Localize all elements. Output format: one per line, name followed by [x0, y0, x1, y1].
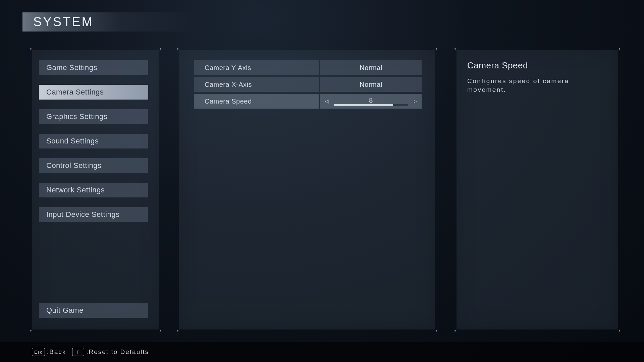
sidebar-item-control-settings[interactable]: Control Settings [39, 158, 148, 173]
sidebar-item-network-settings[interactable]: Network Settings [39, 183, 148, 197]
setting-value-text: Normal [360, 64, 382, 72]
quit-game-label: Quit Game [46, 306, 84, 315]
footer-hint-reset-label: Reset to Defaults [89, 348, 149, 356]
corner-dot [436, 330, 437, 331]
keycap-esc: Esc [32, 348, 45, 356]
corner-dot [160, 330, 161, 331]
sidebar-item-camera-settings[interactable]: Camera Settings [39, 85, 148, 100]
corner-dot [436, 48, 437, 50]
footer-hint-back: Esc : Back [32, 348, 66, 356]
sidebar-item-input-device-settings[interactable]: Input Device Settings [39, 207, 148, 222]
setting-value[interactable]: Normal [320, 77, 422, 92]
settings-panel: Camera Y-AxisNormalCamera X-AxisNormalCa… [179, 50, 435, 329]
corner-dot [177, 48, 178, 50]
footer-hint-reset: F : Reset to Defaults [72, 348, 149, 356]
footer-hints: Esc : Back F : Reset to Defaults [0, 342, 644, 362]
page-title: SYSTEM [22, 15, 94, 29]
corner-dot [454, 330, 456, 331]
setting-row-camera-y-axis[interactable]: Camera Y-AxisNormal [194, 60, 422, 75]
corner-dot [454, 48, 456, 50]
setting-value-text: Normal [360, 81, 382, 88]
corner-dot [160, 48, 161, 50]
sidebar-item-label: Camera Settings [46, 88, 104, 97]
corner-dot [30, 48, 32, 50]
footer-hint-back-label: Back [49, 348, 66, 356]
description-panel: Camera Speed Configures speed of camera … [457, 50, 618, 329]
sidebar-item-label: Sound Settings [46, 137, 99, 145]
slider-fill [334, 104, 393, 106]
sidebar-panel: Game SettingsCamera SettingsGraphics Set… [32, 50, 159, 329]
sidebar-item-graphics-settings[interactable]: Graphics Settings [39, 109, 148, 124]
corner-dot [619, 48, 620, 50]
slider[interactable]: 8 [334, 97, 408, 106]
quit-game-button[interactable]: Quit Game [39, 303, 148, 318]
sidebar-item-label: Network Settings [46, 186, 105, 194]
setting-value[interactable]: ◁8▷ [320, 94, 422, 109]
corner-dot [177, 330, 178, 331]
arrow-left-icon[interactable]: ◁ [325, 98, 329, 104]
keycap-f: F [72, 348, 84, 356]
slider-value: 8 [369, 97, 373, 104]
title-bar: SYSTEM [22, 12, 94, 32]
setting-row-camera-x-axis[interactable]: Camera X-AxisNormal [194, 77, 422, 92]
sidebar-item-sound-settings[interactable]: Sound Settings [39, 134, 148, 148]
sidebar-item-label: Game Settings [46, 63, 97, 72]
description-body: Configures speed of camera movement. [467, 77, 607, 94]
sidebar-item-label: Control Settings [46, 161, 102, 170]
description-title: Camera Speed [467, 60, 607, 71]
arrow-right-icon[interactable]: ▷ [413, 98, 417, 104]
setting-label: Camera X-Axis [194, 77, 319, 92]
setting-value[interactable]: Normal [320, 60, 422, 75]
setting-label: Camera Y-Axis [194, 60, 319, 75]
corner-dot [30, 330, 32, 331]
setting-row-camera-speed[interactable]: Camera Speed◁8▷ [194, 94, 422, 109]
corner-dot [619, 330, 620, 331]
setting-label: Camera Speed [194, 94, 319, 109]
slider-track[interactable] [334, 104, 408, 106]
sidebar-item-game-settings[interactable]: Game Settings [39, 60, 148, 75]
sidebar-item-label: Graphics Settings [46, 112, 107, 121]
sidebar-item-label: Input Device Settings [46, 210, 119, 219]
